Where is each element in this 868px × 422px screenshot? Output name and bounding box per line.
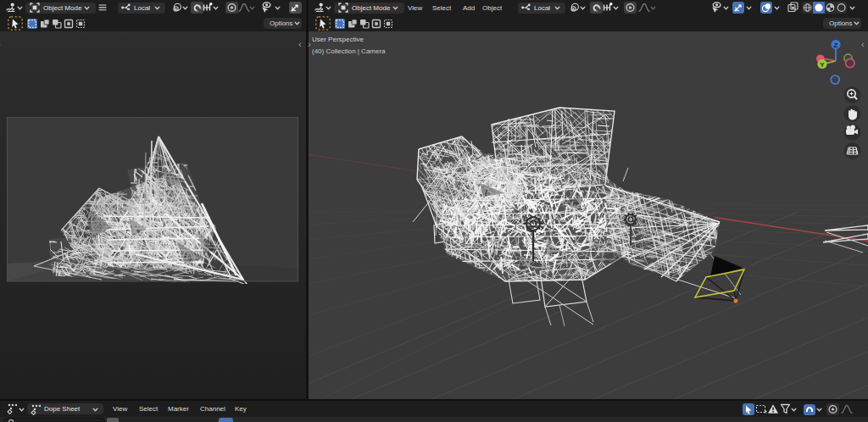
svg-text:Y: Y (820, 61, 825, 69)
svg-text:Z: Z (834, 42, 838, 49)
